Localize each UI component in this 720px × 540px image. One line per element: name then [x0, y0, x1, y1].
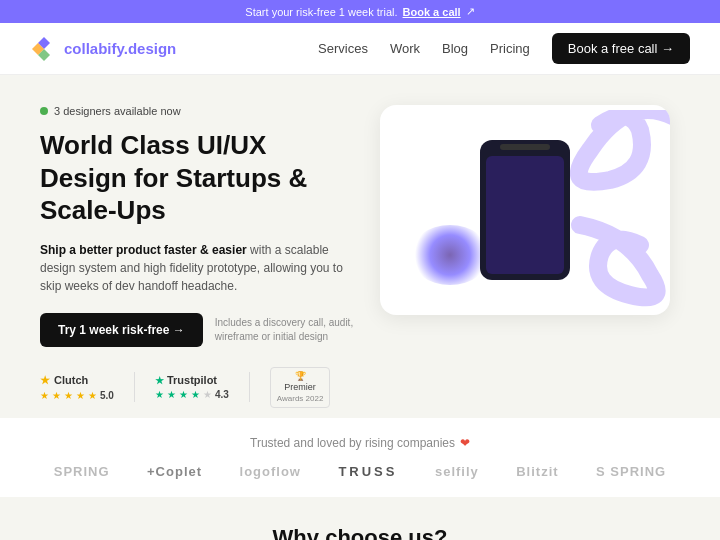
- trustpilot-proof: ★ Trustpilot ★ ★ ★ ★ ★ 4.3: [155, 374, 229, 400]
- clutch-proof: ★ Clutch ★ ★ ★ ★ ★ 5.0: [40, 374, 114, 401]
- purple-swirl-bottom: [570, 215, 670, 315]
- phone-screen: [486, 156, 564, 274]
- trustpilot-stars: ★ ★ ★ ★ ★ 4.3: [155, 389, 229, 400]
- brand-spring2: S SPRING: [596, 464, 666, 479]
- hero-subtitle-bold: Ship a better product faster & easier: [40, 243, 247, 257]
- purple-blob: [410, 225, 490, 285]
- nav-links: Services Work Blog Pricing Book a free c…: [318, 33, 690, 64]
- nav-services[interactable]: Services: [318, 41, 368, 56]
- premier-trophy: 🏆: [295, 371, 306, 383]
- available-dot: [40, 107, 48, 115]
- tp-star1: ★: [155, 389, 164, 400]
- brand-truss: TRUSS: [338, 464, 397, 479]
- logo-text: collabify.design: [64, 40, 176, 57]
- brand-logoflow: logoflow: [240, 464, 301, 479]
- tp-star4: ★: [191, 389, 200, 400]
- cta-note-line2: wireframe or initial design: [215, 330, 353, 344]
- nav-pricing[interactable]: Pricing: [490, 41, 530, 56]
- trustpilot-star-icon: ★: [155, 375, 164, 386]
- banner-text: Start your risk-free 1 week trial.: [245, 6, 397, 18]
- nav-cta-button[interactable]: Book a free call →: [552, 33, 690, 64]
- tp-star2: ★: [167, 389, 176, 400]
- logo-icon: [30, 35, 58, 63]
- clutch-score: 5.0: [100, 390, 114, 401]
- social-proof: ★ Clutch ★ ★ ★ ★ ★ 5.0 ★ Trustpilot: [40, 367, 360, 409]
- hero-subtitle: Ship a better product faster & easier wi…: [40, 241, 360, 295]
- hero-left: 3 designers available now World Class UI…: [40, 105, 360, 408]
- hero-card: [380, 105, 670, 315]
- clutch-brand: ★ Clutch: [40, 374, 114, 387]
- available-text: 3 designers available now: [54, 105, 181, 117]
- tp-star5: ★: [203, 389, 212, 400]
- cta-note: Includes a discovery call, audit, wirefr…: [215, 316, 353, 344]
- top-banner: Start your risk-free 1 week trial. Book …: [0, 0, 720, 23]
- hero-section: 3 designers available now World Class UI…: [0, 75, 720, 418]
- hero-right: [380, 105, 680, 325]
- star2: ★: [52, 390, 61, 401]
- clutch-stars: ★ ★ ★ ★ ★ 5.0: [40, 390, 114, 401]
- trusted-section: Trusted and loved by rising companies ❤ …: [0, 418, 720, 497]
- star5: ★: [88, 390, 97, 401]
- clutch-star-icon: ★: [40, 374, 50, 387]
- star3: ★: [64, 390, 73, 401]
- star1: ★: [40, 390, 49, 401]
- premier-label: Premier: [284, 382, 316, 394]
- cta-note-line1: Includes a discovery call, audit,: [215, 316, 353, 330]
- brand-selfily: selfily: [435, 464, 479, 479]
- brand-blitzit: Blitzit: [516, 464, 558, 479]
- nav-blog[interactable]: Blog: [442, 41, 468, 56]
- section-title: Why choose us?: [40, 525, 680, 540]
- divider1: [134, 372, 135, 402]
- tp-star3: ★: [179, 389, 188, 400]
- banner-cta[interactable]: Book a call: [403, 6, 461, 18]
- phone-mockup: [480, 140, 570, 280]
- trusted-label: Trusted and loved by rising companies ❤: [40, 436, 680, 450]
- trustpilot-brand: ★ Trustpilot: [155, 374, 229, 386]
- premier-year: Awards 2022: [277, 394, 324, 404]
- divider2: [249, 372, 250, 402]
- purple-swirl-top: [570, 110, 670, 200]
- nav-work[interactable]: Work: [390, 41, 420, 56]
- why-section: Why choose us? 🏆 Top-notch Quality Predi…: [0, 497, 720, 540]
- logo: collabify.design: [30, 35, 176, 63]
- navbar: collabify.design Services Work Blog Pric…: [0, 23, 720, 75]
- banner-arrow: ↗: [466, 5, 475, 18]
- star4: ★: [76, 390, 85, 401]
- hero-cta-area: Try 1 week risk-free → Includes a discov…: [40, 313, 360, 347]
- trustpilot-score: 4.3: [215, 389, 229, 400]
- logos-row: SPRING +Coplet logoflow TRUSS selfily Bl…: [40, 464, 680, 479]
- brand-spring1: SPRING: [54, 464, 110, 479]
- hero-title: World Class UI/UX Design for Startups & …: [40, 129, 360, 227]
- premier-badge: 🏆 Premier Awards 2022: [270, 367, 331, 409]
- hero-cta-button[interactable]: Try 1 week risk-free →: [40, 313, 203, 347]
- heart-icon: ❤: [460, 436, 470, 450]
- available-badge: 3 designers available now: [40, 105, 360, 117]
- brand-coplet: +Coplet: [147, 464, 202, 479]
